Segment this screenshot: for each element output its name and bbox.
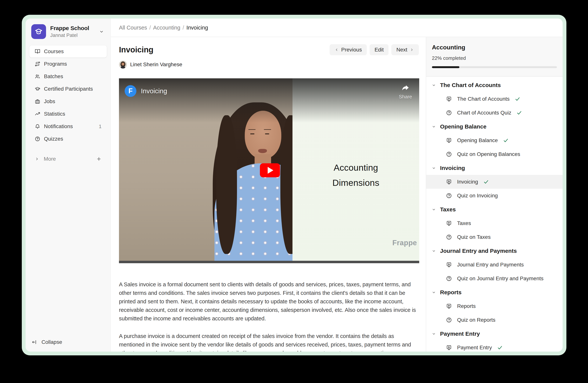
breadcrumb-current: Invoicing: [186, 25, 208, 31]
sidebar-item-batches[interactable]: Batches: [29, 70, 107, 82]
completed-check-icon: [497, 345, 503, 350]
outline-section-invoicing[interactable]: Invoicing: [426, 161, 563, 175]
chevron-down-icon: [99, 29, 104, 34]
outline-quiz-reports[interactable]: Quiz on Reports: [426, 313, 563, 327]
app-window-frame: Frappe School Jannat Patel Courses Progr…: [22, 15, 567, 355]
outline-lesson-opening-balance[interactable]: Opening Balance: [426, 134, 563, 147]
lesson-paragraph: A Sales invoice is a formal document sen…: [119, 280, 419, 323]
chevron-down-icon: [432, 166, 436, 170]
chevron-down-icon: [432, 249, 436, 253]
chevron-down-icon: [432, 124, 436, 129]
outline-quiz-taxes[interactable]: Quiz on Taxes: [426, 230, 563, 244]
brand-text: Frappe School Jannat Patel: [50, 25, 95, 38]
lesson-video-icon: [446, 262, 452, 268]
outline-lesson-invoicing[interactable]: Invoicing: [426, 175, 563, 189]
outline-quiz-chart-of-accounts-quiz[interactable]: Chart of Accounts Quiz: [426, 106, 563, 120]
lesson-paragraph: A purchase invoice is a document created…: [119, 332, 419, 352]
outline-lesson-the-chart-of-accounts[interactable]: The Chart of Accounts: [426, 92, 563, 106]
sidebar-item-label: Courses: [44, 48, 64, 55]
sidebar-item-certified-participants[interactable]: Certified Participants: [29, 83, 107, 95]
sidebar-item-jobs[interactable]: Jobs: [29, 95, 107, 108]
graduation-cap-icon: [35, 86, 40, 92]
briefcase-icon: [35, 99, 40, 104]
video-share-button[interactable]: Share: [399, 85, 412, 100]
outline-section-reports[interactable]: Reports: [426, 285, 563, 299]
breadcrumb-accounting[interactable]: Accounting: [153, 25, 180, 31]
sidebar-spacer: [26, 165, 111, 339]
quiz-question-icon: [446, 151, 452, 157]
brand-user-name: Jannat Patel: [50, 32, 95, 38]
school-switcher[interactable]: Frappe School Jannat Patel: [26, 19, 111, 39]
trending-up-icon: [35, 111, 40, 117]
outline-section-journal-entry-and-payments[interactable]: Journal Entry and Payments: [426, 244, 563, 258]
left-sidebar: Frappe School Jannat Patel Courses Progr…: [26, 19, 111, 352]
author-avatar: [119, 60, 127, 69]
previous-button[interactable]: Previous: [330, 44, 367, 55]
sidebar-item-quizzes[interactable]: Quizzes: [29, 133, 107, 145]
next-button[interactable]: Next: [391, 44, 419, 55]
sidebar-item-label: Notifications: [44, 123, 73, 129]
sidebar-collapse-button[interactable]: Collapse: [26, 339, 111, 352]
quiz-question-icon: [446, 110, 452, 116]
sidebar-item-statistics[interactable]: Statistics: [29, 108, 107, 120]
sidebar-item-notifications[interactable]: Notifications 1: [29, 120, 107, 133]
completed-check-icon: [503, 137, 509, 143]
sidebar-item-courses[interactable]: Courses: [29, 45, 107, 57]
chevron-left-icon: [335, 48, 339, 52]
outline-list: The Chart of Accounts The Chart of Accou…: [426, 77, 563, 352]
outline-section-opening-balance[interactable]: Opening Balance: [426, 120, 563, 134]
outline-lesson-taxes[interactable]: Taxes: [426, 216, 563, 230]
youtube-play-button[interactable]: [260, 163, 280, 177]
sidebar-collapse-label: Collapse: [42, 339, 62, 345]
breadcrumb-separator: /: [183, 25, 184, 31]
book-open-icon: [35, 49, 40, 54]
sidebar-more[interactable]: More: [29, 153, 107, 165]
video-title[interactable]: Invoicing: [141, 87, 167, 95]
chevron-down-icon: [432, 83, 436, 87]
outline-quiz-journal-entry-and-payments[interactable]: Quiz on Journal Entry and Payments: [426, 271, 563, 285]
plus-icon[interactable]: [96, 156, 102, 162]
sidebar-item-label: Statistics: [44, 111, 65, 117]
main-region: All Courses / Accounting / Invoicing Inv…: [111, 19, 563, 352]
outline-section-taxes[interactable]: Taxes: [426, 202, 563, 216]
lesson-video-player[interactable]: Accounting Dimensions F Invoicing Share: [119, 78, 419, 263]
video-channel-avatar[interactable]: F: [125, 85, 136, 97]
lesson-video-icon: [446, 137, 452, 143]
sidebar-more-label: More: [44, 156, 56, 162]
progress-bar-fill: [432, 66, 459, 68]
share-arrow-icon: [401, 85, 410, 92]
help-circle-icon: [35, 136, 40, 142]
outline-lesson-reports[interactable]: Reports: [426, 299, 563, 313]
course-outline-sidebar: Accounting 22% completed The Chart of Ac…: [426, 37, 563, 352]
lesson-video-icon: [446, 96, 452, 102]
edit-button[interactable]: Edit: [370, 44, 389, 55]
sidebar-item-label: Certified Participants: [44, 86, 93, 92]
progress-text: 22% completed: [432, 55, 557, 61]
completed-check-icon: [515, 96, 520, 102]
chevron-down-icon: [432, 290, 436, 295]
author-name: Linet Sherin Varghese: [130, 61, 182, 68]
chevron-right-icon: [410, 48, 414, 52]
outline-section-payment-entry[interactable]: Payment Entry: [426, 327, 563, 341]
lesson-video-icon: [446, 345, 452, 351]
sidebar-item-label: Jobs: [44, 98, 55, 104]
share-label: Share: [399, 94, 412, 100]
chevron-down-icon: [432, 331, 436, 336]
outline-header: Accounting 22% completed: [426, 37, 563, 77]
breadcrumb-all-courses[interactable]: All Courses: [119, 25, 147, 31]
sidebar-item-label: Quizzes: [44, 136, 63, 142]
video-progress-bar[interactable]: [119, 261, 419, 263]
outline-quiz-invoicing[interactable]: Quiz on Invoicing: [426, 189, 563, 202]
slide-title: Accounting Dimensions: [333, 160, 379, 190]
course-title: Accounting: [432, 44, 557, 51]
brand-title: Frappe School: [50, 25, 95, 31]
sidebar-item-programs[interactable]: Programs: [29, 58, 107, 70]
outline-section-chart-of-accounts[interactable]: The Chart of Accounts: [426, 78, 563, 92]
video-watermark: Frappe: [392, 239, 417, 247]
chevron-right-icon: [35, 157, 39, 161]
outline-lesson-journal-entry-and-payments[interactable]: Journal Entry and Payments: [426, 258, 563, 271]
play-icon: [268, 167, 273, 174]
app-window: Frappe School Jannat Patel Courses Progr…: [26, 19, 563, 352]
outline-lesson-payment-entry[interactable]: Payment Entry: [426, 341, 563, 352]
outline-quiz-opening-balances[interactable]: Quiz on Opening Balances: [426, 147, 563, 161]
